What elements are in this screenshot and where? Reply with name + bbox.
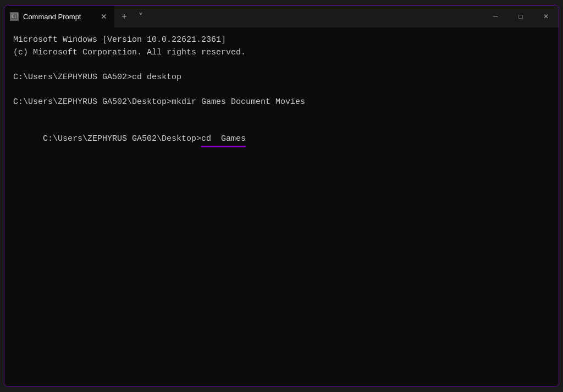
- new-tab-button[interactable]: +: [117, 9, 132, 24]
- cursor-underline: [201, 146, 246, 147]
- tab-controls: + ˅: [114, 5, 151, 27]
- current-command: cd Games: [201, 133, 246, 146]
- tab-dropdown-button[interactable]: ˅: [133, 9, 148, 24]
- blank-line-3: [13, 108, 550, 121]
- prompt-5: C:\Users\ZEPHYRUS GA502\Desktop>: [43, 134, 201, 143]
- window-controls: ─ □ ✕: [483, 5, 559, 27]
- terminal-body[interactable]: Microsoft Windows [Version 10.0.22621.23…: [4, 27, 559, 387]
- tab-close-button[interactable]: ✕: [99, 12, 109, 21]
- active-tab[interactable]: C:\ Command Prompt ✕: [4, 5, 114, 27]
- close-button[interactable]: ✕: [533, 5, 559, 27]
- minimize-button[interactable]: ─: [483, 5, 508, 27]
- blank-line-2: [13, 84, 550, 96]
- tab-area: C:\ Command Prompt ✕ + ˅: [4, 5, 483, 27]
- command-text: cd Games: [201, 134, 246, 143]
- output-line-4: C:\Users\ZEPHYRUS GA502\Desktop>mkdir Ga…: [13, 96, 550, 109]
- maximize-button[interactable]: □: [508, 5, 533, 27]
- terminal-window: C:\ Command Prompt ✕ + ˅ ─ □ ✕ Microsoft…: [4, 5, 559, 387]
- titlebar: C:\ Command Prompt ✕ + ˅ ─ □ ✕: [4, 5, 559, 27]
- output-line-1: Microsoft Windows [Version 10.0.22621.23…: [13, 34, 550, 47]
- output-line-2: (c) Microsoft Corporation. All rights re…: [13, 47, 550, 59]
- svg-text:C:\: C:\: [12, 14, 18, 19]
- blank-line-1: [13, 59, 550, 71]
- tab-title: Command Prompt: [23, 13, 95, 21]
- output-line-5: C:\Users\ZEPHYRUS GA502\Desktop>cd Games: [13, 121, 550, 158]
- tab-icon: C:\: [10, 12, 19, 21]
- output-line-3: C:\Users\ZEPHYRUS GA502>cd desktop: [13, 71, 550, 84]
